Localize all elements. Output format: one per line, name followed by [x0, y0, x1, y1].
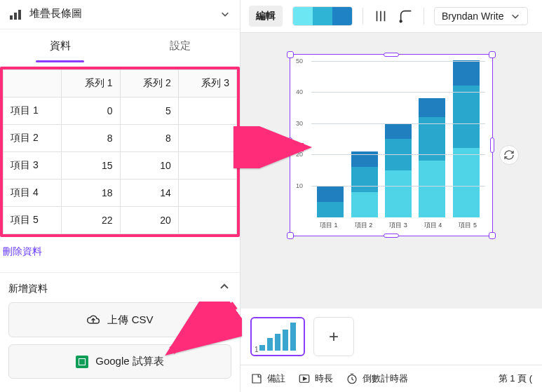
chart-bar — [453, 60, 480, 217]
table-cell[interactable]: 項目 3 — [4, 152, 62, 180]
table-row[interactable]: 項目 105 — [4, 97, 237, 125]
edit-button[interactable]: 編輯 — [249, 6, 283, 27]
table-cell[interactable]: 項目 2 — [4, 125, 62, 152]
data-table-highlight: 系列 1系列 2系列 3 項目 105項目 288項目 31510項目 4181… — [0, 67, 240, 237]
chart-bar — [419, 98, 445, 217]
color-swatch[interactable] — [293, 7, 313, 25]
table-cell[interactable]: 14 — [120, 180, 178, 207]
chevron-down-icon — [510, 11, 520, 21]
color-swatch[interactable] — [332, 7, 352, 25]
table-cell[interactable]: 18 — [62, 180, 120, 207]
toolbar-divider — [363, 8, 363, 25]
upload-csv-label: 上傳 CSV — [107, 313, 153, 327]
annotation-arrow — [158, 302, 242, 367]
chart-element-selected[interactable]: 1020304050 項目 1項目 2項目 3項目 4項目 5 — [290, 54, 493, 236]
table-cell[interactable] — [178, 152, 236, 180]
bottom-bar: 備註 時長 倒數計時器 第 1 頁 ( — [240, 365, 542, 392]
table-cell[interactable]: 15 — [62, 152, 120, 180]
notes-button[interactable]: 備註 — [250, 372, 285, 385]
chevron-down-icon — [220, 9, 230, 19]
table-cell[interactable]: 20 — [120, 207, 178, 234]
column-header[interactable] — [4, 70, 62, 97]
font-name: Bryndan Write — [442, 11, 503, 22]
page-thumbnail-1[interactable]: 1 — [250, 317, 305, 356]
table-row[interactable]: 項目 31510 — [4, 152, 237, 180]
clear-data-link[interactable]: 刪除資料 — [0, 241, 240, 262]
annotation-arrow — [233, 126, 318, 171]
tab-settings[interactable]: 設定 — [120, 29, 240, 62]
toolbar-divider — [424, 8, 424, 25]
font-selector[interactable]: Bryndan Write — [434, 7, 528, 25]
table-cell[interactable]: 0 — [62, 97, 120, 125]
table-cell[interactable]: 8 — [62, 125, 120, 152]
cloud-upload-icon — [86, 313, 100, 327]
google-sheets-icon — [76, 356, 88, 368]
chart-bar — [351, 151, 378, 217]
column-header[interactable]: 系列 3 — [178, 70, 236, 97]
chart-type-label: 堆疊長條圖 — [29, 7, 220, 20]
table-cell[interactable] — [178, 97, 236, 125]
refresh-chart-button[interactable] — [499, 145, 519, 165]
table-cell[interactable]: 5 — [120, 97, 178, 125]
chart-bar — [317, 186, 344, 217]
table-cell[interactable]: 8 — [120, 125, 178, 152]
google-sheets-label: Google 試算表 — [95, 355, 164, 368]
color-swatch[interactable] — [313, 7, 332, 25]
table-cell[interactable] — [178, 125, 236, 152]
thumb-number: 1 — [255, 346, 259, 353]
table-row[interactable]: 項目 41814 — [4, 180, 237, 207]
table-cell[interactable]: 22 — [62, 207, 120, 234]
add-page-button[interactable]: + — [313, 317, 354, 356]
chart-x-labels: 項目 1項目 2項目 3項目 4項目 5 — [311, 221, 485, 230]
tab-data[interactable]: 資料 — [0, 29, 120, 62]
column-header[interactable]: 系列 2 — [120, 70, 178, 97]
table-cell[interactable] — [178, 207, 236, 234]
table-cell[interactable]: 項目 1 — [4, 97, 62, 125]
svg-line-5 — [172, 305, 235, 351]
color-swatches — [292, 6, 353, 26]
table-row[interactable]: 項目 288 — [4, 125, 237, 152]
spacing-icon[interactable] — [373, 8, 388, 24]
table-cell[interactable] — [178, 180, 236, 207]
stacked-bar-icon — [10, 8, 22, 20]
table-cell[interactable]: 10 — [120, 152, 178, 180]
chevron-up-icon[interactable] — [219, 281, 230, 292]
page-indicator[interactable]: 第 1 頁 ( — [499, 372, 532, 385]
svg-marker-2 — [304, 377, 307, 381]
chart-bar — [385, 123, 412, 217]
duration-button[interactable]: 時長 — [298, 372, 333, 385]
context-toolbar: 編輯 Bryndan Write — [240, 0, 542, 33]
page-thumbnails: 1 + — [240, 309, 542, 365]
data-table[interactable]: 系列 1系列 2系列 3 項目 105項目 288項目 31510項目 4181… — [3, 69, 237, 234]
timer-button[interactable]: 倒數計時器 — [346, 372, 408, 385]
table-cell[interactable]: 項目 4 — [4, 180, 62, 207]
table-row[interactable]: 項目 52220 — [4, 207, 237, 234]
table-cell[interactable]: 項目 5 — [4, 207, 62, 234]
add-data-title: 新增資料 — [8, 283, 231, 295]
chart-type-selector[interactable]: 堆疊長條圖 — [0, 0, 240, 29]
column-header[interactable]: 系列 1 — [62, 70, 120, 97]
canvas-area: 編輯 Bryndan Write 1020304050 項目 1項目 2項目 3… — [240, 0, 542, 392]
panel-tabs: 資料 設定 — [0, 29, 240, 62]
chart-plot: 1020304050 — [311, 62, 485, 217]
corner-rounding-icon[interactable] — [398, 8, 414, 24]
svg-point-0 — [400, 20, 402, 22]
